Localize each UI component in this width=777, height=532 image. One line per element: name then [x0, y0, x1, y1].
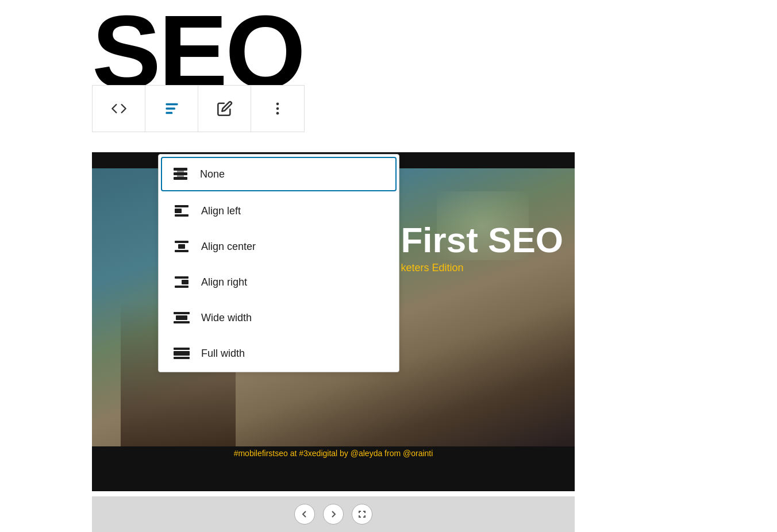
bottom-hashtag: #mobilefirstseo at #3xedigital by @aleyd… [92, 449, 575, 458]
svg-rect-2 [166, 112, 172, 114]
edit-icon [217, 101, 233, 117]
svg-rect-20 [176, 315, 187, 320]
align-center-icon [172, 237, 191, 256]
more-icon [270, 101, 286, 117]
svg-rect-19 [174, 312, 190, 314]
dropdown-item-align-right-label: Align right [201, 276, 247, 288]
svg-rect-0 [166, 103, 178, 106]
change-alignment-button[interactable] [145, 86, 198, 132]
alignment-dropdown: None Align left Align center [158, 154, 399, 372]
more-options-button[interactable] [251, 86, 304, 132]
full-width-icon [172, 344, 191, 363]
dropdown-item-full-width-label: Full width [201, 348, 245, 360]
nav-prev-button[interactable] [294, 504, 315, 525]
edit-button[interactable] [198, 86, 251, 132]
svg-rect-9 [177, 169, 184, 179]
align-icon [164, 101, 180, 117]
nav-next-button[interactable] [323, 504, 344, 525]
svg-rect-22 [174, 348, 190, 350]
svg-rect-18 [175, 286, 189, 288]
toolbar [92, 85, 305, 132]
dropdown-item-none-label: None [200, 168, 225, 180]
align-right-icon [172, 273, 191, 291]
wide-width-icon [172, 309, 191, 327]
dropdown-item-align-center-label: Align center [201, 241, 256, 253]
dropdown-item-none[interactable]: None [161, 157, 397, 191]
svg-point-3 [276, 103, 279, 106]
svg-rect-1 [166, 107, 175, 110]
svg-point-5 [276, 112, 279, 115]
svg-rect-11 [175, 209, 182, 213]
svg-rect-10 [175, 205, 189, 207]
code-icon [111, 101, 127, 117]
svg-rect-21 [174, 321, 190, 323]
svg-rect-16 [175, 276, 189, 279]
overlay-subtitle: keters Edition [401, 262, 563, 274]
svg-point-4 [276, 107, 279, 110]
svg-rect-23 [174, 351, 190, 356]
overlay-title: First SEO [401, 221, 563, 259]
dropdown-item-wide-width-label: Wide width [201, 312, 252, 324]
dropdown-item-full-width[interactable]: Full width [161, 336, 397, 371]
dropdown-item-align-right[interactable]: Align right [161, 265, 397, 299]
dropdown-item-align-center[interactable]: Align center [161, 229, 397, 264]
align-none-icon [171, 165, 190, 183]
nav-expand-button[interactable] [352, 504, 372, 525]
align-left-icon [172, 202, 191, 220]
svg-rect-24 [174, 357, 190, 359]
svg-rect-14 [178, 244, 185, 249]
svg-rect-15 [175, 250, 189, 252]
svg-rect-12 [175, 214, 189, 217]
bottom-navigation [92, 496, 575, 532]
svg-rect-17 [182, 280, 189, 284]
dropdown-item-wide-width[interactable]: Wide width [161, 300, 397, 335]
code-editor-button[interactable] [93, 86, 145, 132]
dropdown-item-align-left[interactable]: Align left [161, 194, 397, 228]
dropdown-item-align-left-label: Align left [201, 205, 241, 217]
svg-rect-13 [175, 241, 189, 243]
